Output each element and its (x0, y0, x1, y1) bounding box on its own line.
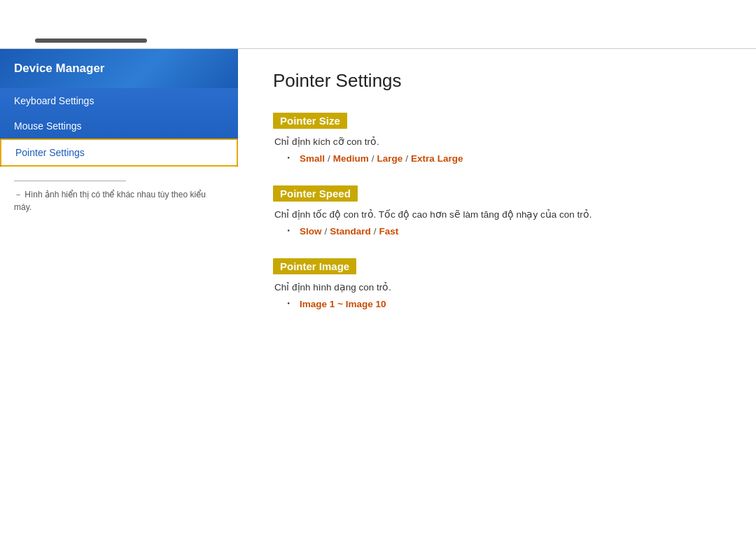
sidebar: Device Manager Keyboard Settings Mouse S… (0, 49, 238, 534)
sidebar-item-pointer-settings[interactable]: Pointer Settings (0, 139, 238, 167)
page-title: Pointer Settings (273, 70, 721, 92)
section-options-pointer-size: ・ Small / Medium / Large / Extra Large (273, 151, 721, 166)
section-pointer-speed: Pointer Speed Chỉ định tốc độ con trỏ. T… (273, 185, 721, 239)
sidebar-nav: Keyboard Settings Mouse Settings Pointer… (0, 88, 238, 167)
sidebar-footer: － Hình ảnh hiển thị có thể khác nhau tùy… (0, 167, 238, 220)
section-pointer-size: Pointer Size Chỉ định kích cỡ con trỏ. ・… (273, 113, 721, 166)
top-bar-decoration (35, 38, 147, 43)
opt-fast: Fast (379, 226, 399, 237)
bullet-pointer-speed: ・ (283, 224, 294, 239)
opt-medium: Medium (333, 153, 369, 164)
section-heading-pointer-speed: Pointer Speed (273, 185, 358, 202)
top-bar (0, 0, 756, 49)
sep-1: / (328, 153, 330, 164)
opt-small: Small (300, 153, 325, 164)
section-pointer-image: Pointer Image Chỉ định hình dạng con trỏ… (273, 258, 721, 311)
opt-extra-large: Extra Large (411, 153, 463, 164)
opt-large: Large (377, 153, 403, 164)
opt-standard: Standard (330, 226, 371, 237)
opt-image-range: Image 1 ~ Image 10 (300, 299, 386, 309)
sep-5: / (374, 226, 377, 237)
sidebar-item-mouse-settings[interactable]: Mouse Settings (0, 113, 238, 139)
sep-4: / (325, 226, 328, 237)
sep-3: / (405, 153, 408, 164)
section-options-pointer-image: ・ Image 1 ~ Image 10 (273, 297, 721, 311)
section-desc-pointer-image: Chỉ định hình dạng con trỏ. (273, 281, 721, 293)
section-heading-pointer-image: Pointer Image (273, 258, 356, 274)
sidebar-note: － Hình ảnh hiển thị có thể khác nhau tùy… (14, 188, 224, 213)
sidebar-header-title: Device Manager (14, 62, 104, 75)
sep-2: / (372, 153, 374, 164)
section-desc-pointer-speed: Chỉ định tốc độ con trỏ. Tốc độ cao hơn … (273, 209, 721, 220)
sidebar-header: Device Manager (0, 49, 238, 88)
sidebar-divider (14, 181, 126, 181)
bullet-pointer-image: ・ (283, 297, 294, 311)
main-content: Pointer Settings Pointer Size Chỉ định k… (238, 49, 756, 534)
bullet-pointer-size: ・ (283, 151, 294, 166)
main-layout: Device Manager Keyboard Settings Mouse S… (0, 49, 756, 534)
sidebar-item-keyboard-settings[interactable]: Keyboard Settings (0, 88, 238, 113)
section-desc-pointer-size: Chỉ định kích cỡ con trỏ. (273, 136, 721, 147)
section-heading-pointer-size: Pointer Size (273, 113, 347, 129)
section-options-pointer-speed: ・ Slow / Standard / Fast (273, 224, 721, 239)
opt-slow: Slow (300, 226, 322, 237)
